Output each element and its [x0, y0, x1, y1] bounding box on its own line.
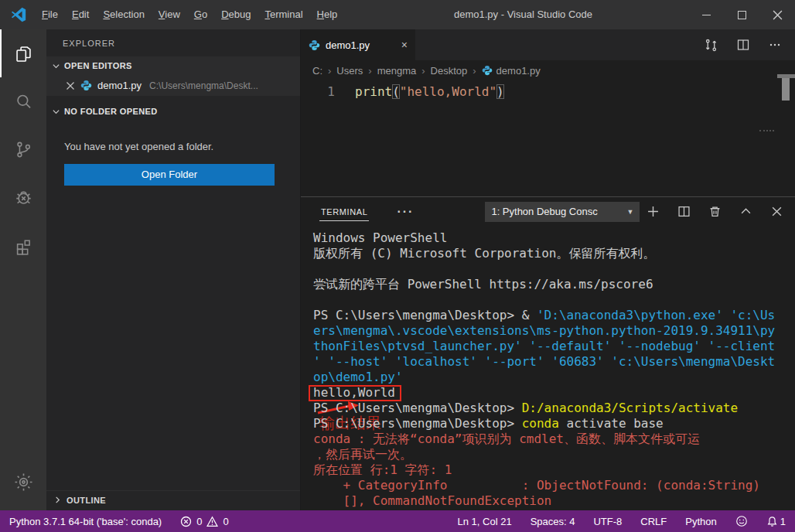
- gear-icon: [13, 472, 34, 493]
- terminal-line: 所在位置 行:1 字符: 1: [313, 462, 795, 478]
- python-file-icon: [309, 39, 320, 51]
- activity-source-control[interactable]: [0, 125, 46, 173]
- extensions-icon: [13, 235, 34, 256]
- breadcrumb-item[interactable]: Users: [336, 65, 363, 77]
- python-interpreter-status[interactable]: Python 3.7.1 64-bit ('base': conda): [9, 516, 162, 527]
- open-editors-header[interactable]: OPEN EDITORS: [46, 56, 300, 75]
- terminal-line: op\demo1.py': [313, 370, 795, 385]
- status-bar: Python 3.7.1 64-bit ('base': conda) 0 0 …: [0, 510, 795, 532]
- terminal-line: conda : 无法将“conda”项识别为 cmdlet、函数、脚本文件或可运: [313, 431, 795, 447]
- overview-ruler-marks: [759, 130, 774, 131]
- activity-search[interactable]: [0, 77, 46, 125]
- activity-explorer[interactable]: [0, 29, 46, 77]
- bell-icon: [766, 516, 778, 527]
- breadcrumb: C:›Users›mengma›Desktop›demo1.py: [301, 60, 795, 80]
- terminal-selector-dropdown[interactable]: 1: Python Debug Consc ▼: [485, 202, 640, 222]
- split-terminal-icon[interactable]: [678, 206, 690, 217]
- no-folder-header[interactable]: NO FOLDER OPENED: [46, 102, 300, 121]
- panel-more-icon[interactable]: ···: [397, 205, 414, 219]
- more-actions-icon[interactable]: [769, 39, 781, 51]
- debug-icon: [13, 187, 34, 208]
- close-editor-icon[interactable]: [66, 81, 75, 90]
- terminal-line: ' '--host' 'localhost' '--port' '60683' …: [313, 354, 795, 370]
- breadcrumb-item[interactable]: Desktop: [431, 65, 468, 77]
- menu-view[interactable]: View: [152, 0, 187, 29]
- terminal-line: PS C:\Users\mengma\Desktop> conda activa…: [313, 416, 795, 431]
- terminal-line: ，然后再试一次。: [313, 447, 795, 462]
- feedback-smiley-icon[interactable]: [735, 515, 748, 527]
- vscode-logo-icon: [10, 6, 27, 23]
- cursor-position-status[interactable]: Ln 1, Col 21: [458, 516, 512, 527]
- tab-demo1-py[interactable]: demo1.py ×: [301, 29, 415, 60]
- highlighted-output: hello,World: [309, 385, 401, 401]
- window-title: demo1.py - Visual Studio Code: [454, 0, 592, 29]
- menu-terminal[interactable]: Terminal: [258, 0, 309, 29]
- error-icon: [180, 516, 192, 527]
- indentation-status[interactable]: Spaces: 4: [531, 516, 575, 527]
- python-file-icon: [482, 65, 493, 76]
- terminal-content[interactable]: Windows PowerShell版权所有 (C) Microsoft Cor…: [301, 226, 795, 510]
- outline-header[interactable]: OUTLINE: [46, 490, 300, 509]
- maximize-panel-icon[interactable]: [740, 206, 752, 217]
- activity-debug[interactable]: [0, 173, 46, 221]
- search-icon: [13, 91, 34, 112]
- open-changes-icon[interactable]: [705, 39, 718, 52]
- new-terminal-icon[interactable]: [647, 206, 659, 217]
- chevron-right-icon: [53, 496, 62, 504]
- code-token: ): [496, 84, 504, 99]
- scrollbar-thumb[interactable]: [782, 78, 790, 101]
- breadcrumb-item[interactable]: mengma: [377, 65, 417, 77]
- terminal-line: PS C:\Users\mengma\Desktop> & 'D:\anacon…: [313, 308, 795, 323]
- activity-extensions[interactable]: [0, 221, 46, 269]
- kill-terminal-icon[interactable]: [709, 206, 721, 217]
- terminal-line: [], CommandNotFoundException: [313, 493, 795, 509]
- eol-status[interactable]: CRLF: [640, 516, 667, 527]
- code-token: "hello,World": [400, 84, 496, 99]
- open-folder-button[interactable]: Open Folder: [64, 164, 275, 186]
- explorer-icon: [13, 43, 34, 64]
- split-editor-icon[interactable]: [737, 39, 749, 51]
- code-content: print("hello,World"): [355, 84, 504, 99]
- open-editor-path: C:\Users\mengma\Deskt...: [149, 80, 258, 91]
- menu-debug[interactable]: Debug: [214, 0, 258, 29]
- minimize-button[interactable]: [688, 0, 724, 29]
- code-token: print: [355, 84, 392, 99]
- menu-selection[interactable]: Selection: [96, 0, 151, 29]
- notifications-status[interactable]: 1: [766, 516, 786, 527]
- maximize-button[interactable]: [724, 0, 759, 29]
- explorer-sidebar: EXPLORER OPEN EDITORS demo1.py C:\Users\…: [46, 29, 300, 510]
- open-editor-item[interactable]: demo1.py C:\Users\mengma\Deskt...: [46, 75, 300, 96]
- close-panel-icon[interactable]: [771, 206, 783, 217]
- terminal-panel: TERMINAL ··· 1: Python Debug Consc ▼ Win: [301, 196, 795, 510]
- activity-settings[interactable]: [0, 458, 46, 506]
- notification-count: 1: [780, 516, 786, 527]
- menu-file[interactable]: File: [35, 0, 65, 29]
- menu-edit[interactable]: Edit: [65, 0, 96, 29]
- tab-close-icon[interactable]: ×: [401, 39, 408, 51]
- code-token: (: [392, 84, 400, 99]
- panel-actions: [647, 206, 795, 217]
- breadcrumb-separator: ›: [473, 65, 476, 77]
- menu-help[interactable]: Help: [310, 0, 345, 29]
- maximize-icon: [738, 11, 746, 19]
- close-window-button[interactable]: [759, 0, 795, 29]
- breadcrumb-separator: ›: [368, 65, 371, 77]
- breadcrumb-item[interactable]: demo1.py: [482, 65, 541, 77]
- breadcrumb-item[interactable]: C:: [312, 65, 322, 77]
- panel-tab-terminal[interactable]: TERMINAL: [319, 203, 369, 221]
- panel-header: TERMINAL ··· 1: Python Debug Consc ▼: [301, 197, 795, 226]
- problems-status[interactable]: 0 0: [180, 516, 228, 527]
- title-bar: FileEditSelectionViewGoDebugTerminalHelp…: [0, 0, 795, 29]
- encoding-status[interactable]: UTF-8: [593, 516, 622, 527]
- code-line-1: 1 print("hello,World"): [301, 80, 795, 99]
- code-editor[interactable]: 1 print("hello,World"): [301, 80, 795, 196]
- breadcrumb-separator: ›: [421, 65, 425, 77]
- language-mode-status[interactable]: Python: [685, 516, 716, 527]
- python-file-icon: [80, 80, 92, 91]
- warning-count: 0: [223, 516, 228, 527]
- terminal-line: ers\mengma\.vscode\extensions\ms-python.…: [313, 323, 795, 339]
- source-control-icon: [13, 139, 34, 160]
- terminal-line: 尝试新的跨平台 PowerShell https://aka.ms/pscore…: [313, 277, 795, 292]
- tab-bar: demo1.py ×: [301, 29, 795, 60]
- menu-go[interactable]: Go: [187, 0, 214, 29]
